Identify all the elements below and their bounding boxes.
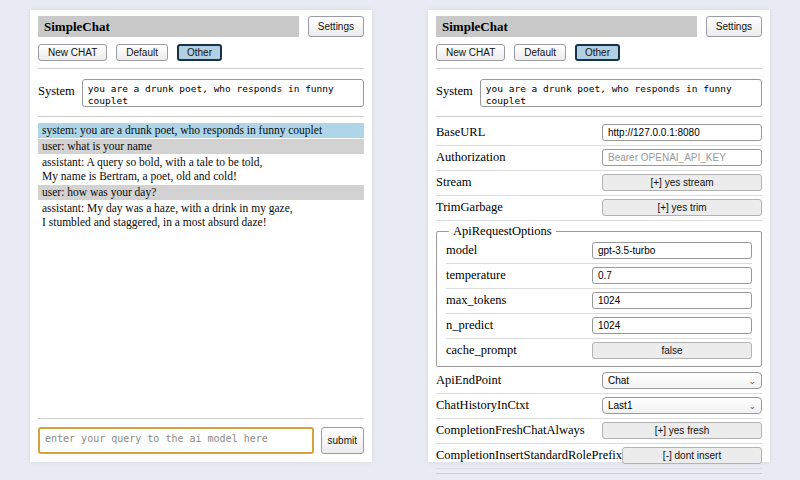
session-row: New CHAT Default Other	[436, 44, 762, 61]
app-title: SimpleChat	[38, 16, 299, 37]
system-prompt-input[interactable]: you are a drunk poet, who responds in fu…	[480, 79, 762, 107]
settings-panel: SimpleChat Settings New CHAT Default Oth…	[428, 10, 770, 462]
stream-label: Stream	[436, 175, 471, 190]
divider	[38, 116, 364, 117]
system-prompt-label: System	[436, 79, 473, 99]
query-input[interactable]	[38, 427, 314, 454]
baseurl-input[interactable]	[602, 124, 762, 141]
setting-row-api-endpoint: ApiEndPoint Chat ⌄	[436, 369, 762, 394]
setting-row-authorization: Authorization	[436, 146, 762, 171]
n-predict-label: n_predict	[446, 318, 493, 333]
model-label: model	[446, 243, 477, 258]
system-prompt-row: System you are a drunk poet, who respond…	[38, 79, 364, 107]
chat-history-select[interactable]: Last1 ⌄	[602, 397, 762, 414]
session-default-button[interactable]: Default	[116, 44, 168, 61]
session-other-button[interactable]: Other	[177, 44, 222, 61]
chat-log: system: you are a drunk poet, who respon…	[38, 123, 364, 231]
chat-message-user: user: what is your name	[38, 139, 364, 154]
model-input[interactable]	[592, 242, 752, 259]
trimgarbage-toggle-button[interactable]: [+] yes trim	[602, 199, 762, 216]
system-prompt-label: System	[38, 79, 75, 99]
setting-row-model: model	[446, 239, 752, 264]
api-endpoint-label: ApiEndPoint	[436, 373, 501, 388]
settings-button[interactable]: Settings	[308, 16, 364, 37]
completion-fresh-label: CompletionFreshChatAlways	[436, 423, 585, 438]
chat-history-label: ChatHistoryInCtxt	[436, 398, 529, 413]
cache-prompt-label: cache_prompt	[446, 343, 517, 358]
completion-insert-toggle-button[interactable]: [-] dont insert	[622, 447, 762, 464]
divider	[436, 473, 762, 474]
api-endpoint-selected-value: Chat	[608, 375, 629, 386]
chat-message-assistant: assistant: My day was a haze, with a dri…	[38, 201, 364, 230]
divider	[38, 68, 364, 69]
setting-row-n-predict: n_predict	[446, 314, 752, 339]
authorization-input[interactable]	[602, 149, 762, 166]
max-tokens-label: max_tokens	[446, 293, 506, 308]
n-predict-input[interactable]	[592, 317, 752, 334]
divider	[436, 68, 762, 69]
spacer	[38, 231, 364, 414]
chevron-down-icon: ⌄	[748, 377, 756, 385]
new-chat-button[interactable]: New CHAT	[436, 44, 505, 61]
session-row: New CHAT Default Other	[38, 44, 364, 61]
chat-message-system: system: you are a drunk poet, who respon…	[38, 123, 364, 138]
chat-message-user: user: how was your day?	[38, 185, 364, 200]
authorization-label: Authorization	[436, 150, 505, 165]
api-request-options-legend: ApiRequestOptions	[449, 224, 556, 239]
query-row: submit	[38, 427, 364, 454]
titlebar: SimpleChat Settings	[38, 16, 364, 37]
submit-button[interactable]: submit	[321, 427, 364, 454]
setting-row-stream: Stream [+] yes stream	[436, 171, 762, 196]
max-tokens-input[interactable]	[592, 292, 752, 309]
completion-insert-label: CompletionInsertStandardRolePrefix	[436, 448, 622, 463]
session-other-button[interactable]: Other	[575, 44, 620, 61]
setting-row-cache-prompt: cache_prompt false	[446, 339, 752, 363]
setting-row-chat-history: ChatHistoryInCtxt Last1 ⌄	[436, 394, 762, 419]
setting-row-temperature: temperature	[446, 264, 752, 289]
system-prompt-row: System you are a drunk poet, who respond…	[436, 79, 762, 107]
chevron-down-icon: ⌄	[748, 402, 756, 410]
settings-button[interactable]: Settings	[706, 16, 762, 37]
chat-history-selected-value: Last1	[608, 400, 632, 411]
temperature-label: temperature	[446, 268, 506, 283]
api-request-options-fieldset: ApiRequestOptions model temperature max_…	[436, 224, 762, 367]
trimgarbage-label: TrimGarbage	[436, 200, 503, 215]
new-chat-button[interactable]: New CHAT	[38, 44, 107, 61]
chat-panel: SimpleChat Settings New CHAT Default Oth…	[30, 10, 372, 462]
titlebar: SimpleChat Settings	[436, 16, 762, 37]
divider	[436, 116, 762, 117]
setting-row-completion-fresh: CompletionFreshChatAlways [+] yes fresh	[436, 419, 762, 444]
cache-prompt-toggle-button[interactable]: false	[592, 342, 752, 359]
setting-row-completion-insert: CompletionInsertStandardRolePrefix [-] d…	[436, 444, 762, 469]
setting-row-baseurl: BaseURL	[436, 121, 762, 146]
completion-fresh-toggle-button[interactable]: [+] yes fresh	[602, 422, 762, 439]
system-prompt-input[interactable]: you are a drunk poet, who responds in fu…	[82, 79, 364, 107]
baseurl-label: BaseURL	[436, 125, 485, 140]
app-title: SimpleChat	[436, 16, 697, 37]
temperature-input[interactable]	[592, 267, 752, 284]
setting-row-max-tokens: max_tokens	[446, 289, 752, 314]
stream-toggle-button[interactable]: [+] yes stream	[602, 174, 762, 191]
api-endpoint-select[interactable]: Chat ⌄	[602, 372, 762, 389]
divider	[38, 418, 364, 419]
chat-message-assistant: assistant: A query so bold, with a tale …	[38, 155, 364, 184]
session-default-button[interactable]: Default	[514, 44, 566, 61]
setting-row-trimgarbage: TrimGarbage [+] yes trim	[436, 196, 762, 221]
